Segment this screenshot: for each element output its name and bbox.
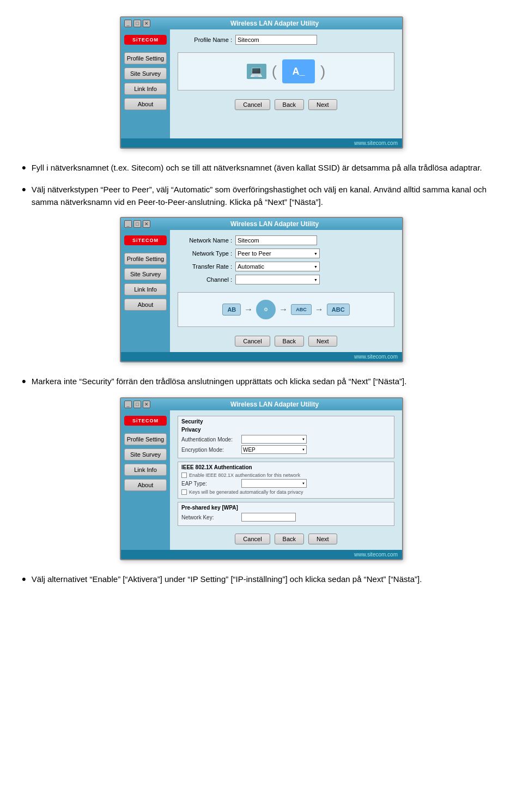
footer-1: www.sitecom.com bbox=[121, 138, 402, 148]
transfer-rate-label: Transfer Rate : bbox=[178, 263, 232, 270]
sidebar-btn-about[interactable]: About bbox=[124, 98, 167, 110]
ieee-title: IEEE 802.1X Authentication bbox=[181, 464, 391, 470]
wpa-title: Pre-shared key [WPA] bbox=[181, 505, 391, 511]
network-name-input[interactable]: Sitecom bbox=[235, 235, 317, 245]
bullet-dot-4: • bbox=[22, 572, 26, 586]
window-controls: _ □ ✕ bbox=[124, 20, 150, 27]
keys-checkbox[interactable] bbox=[181, 489, 187, 495]
close-btn[interactable]: ✕ bbox=[143, 20, 150, 27]
network-key-label: Network Key: bbox=[181, 514, 241, 520]
maximize-btn[interactable]: □ bbox=[133, 20, 141, 27]
ieee-section: IEEE 802.1X Authentication Enable IEEE 8… bbox=[178, 462, 394, 499]
bullet-item-3: • Markera inte “Security” förrän den trå… bbox=[22, 375, 501, 389]
window-controls-3: _ □ ✕ bbox=[124, 401, 150, 408]
sidebar-btn-link-3[interactable]: Link Info bbox=[124, 464, 167, 476]
auth-mode-row: Authentication Mode: bbox=[181, 435, 391, 444]
bullet-item-2: • Välj nätverkstypen “Peer to Peer”, väl… bbox=[22, 184, 501, 208]
back-button-2[interactable]: Back bbox=[275, 336, 304, 347]
transfer-rate-row: Transfer Rate : Automatic bbox=[178, 262, 394, 271]
button-row-2: Cancel Back Next bbox=[178, 336, 394, 347]
back-button-3[interactable]: Back bbox=[275, 534, 304, 544]
titlebar-1: _ □ ✕ Wireless LAN Adapter Utility bbox=[121, 17, 402, 29]
sitecom-logo-3: SiTECOM bbox=[124, 416, 167, 426]
main-panel-1: Profile Name : Sitecom 💻 ( A_ ) Cancel B… bbox=[170, 29, 402, 138]
sidebar-3: SiTECOM Profile Setting Site Survey Link… bbox=[121, 410, 170, 550]
enable-ieee-label: Enable IEEE 802.1X authentication for th… bbox=[189, 472, 300, 478]
diagram-area-1: 💻 ( A_ ) bbox=[178, 52, 394, 90]
channel-row: Channel : bbox=[178, 275, 394, 284]
bullet-text-1: Fyll i nätverksnamnet (t.ex. Sitecom) oc… bbox=[32, 162, 482, 174]
security-section: Security Privacy Authentication Mode: En… bbox=[178, 416, 394, 458]
net-diagram: AB → ⚙ → ABC → ABC bbox=[178, 292, 394, 327]
sidebar-btn-link[interactable]: Link Info bbox=[124, 83, 167, 95]
profile-input[interactable]: Sitecom bbox=[235, 35, 317, 45]
sidebar-btn-link-2[interactable]: Link Info bbox=[124, 283, 167, 295]
next-button-2[interactable]: Next bbox=[308, 336, 337, 347]
paren-open: ( bbox=[272, 63, 277, 80]
profile-label: Profile Name : bbox=[178, 37, 232, 43]
bullet-text-2: Välj nätverkstypen “Peer to Peer”, välj … bbox=[32, 184, 501, 208]
window-title: Wireless LAN Adapter Utility bbox=[230, 20, 319, 27]
enable-ieee-checkbox[interactable] bbox=[181, 472, 187, 478]
sidebar-btn-survey-3[interactable]: Site Survey bbox=[124, 449, 167, 460]
sidebar-btn-profile[interactable]: Profile Setting bbox=[124, 52, 167, 64]
channel-select[interactable] bbox=[235, 275, 320, 284]
network-name-row: Network Name : Sitecom bbox=[178, 235, 394, 245]
net-arrow-2: → bbox=[279, 305, 288, 314]
bullet-text-4: Välj alternativet “Enable” [“Aktivera”] … bbox=[32, 573, 422, 586]
net-circle: ⚙ bbox=[256, 300, 276, 319]
encryption-label: Encryption Mode: bbox=[181, 447, 241, 453]
sidebar-btn-profile-2[interactable]: Profile Setting bbox=[124, 253, 167, 265]
net-arrow-3: → bbox=[315, 305, 324, 314]
paren-close: ) bbox=[320, 63, 325, 80]
brand-logo-3: SiTECOM bbox=[124, 416, 167, 426]
bullet-item-4: • Välj alternativet “Enable” [“Aktivera”… bbox=[22, 573, 501, 586]
auth-mode-select[interactable] bbox=[241, 435, 307, 444]
window-controls-2: _ □ ✕ bbox=[124, 220, 150, 228]
cancel-button-2[interactable]: Cancel bbox=[235, 336, 270, 347]
screenshot-1: _ □ ✕ Wireless LAN Adapter Utility SiTEC… bbox=[120, 16, 403, 149]
sitecom-logo: SiTECOM bbox=[124, 35, 167, 45]
sidebar-2: SiTECOM Profile Setting Site Survey Link… bbox=[121, 230, 170, 352]
main-panel-2: Network Name : Sitecom Network Type : Pe… bbox=[170, 230, 402, 352]
maximize-btn-2[interactable]: □ bbox=[133, 220, 141, 228]
profile-name-row: Profile Name : Sitecom bbox=[178, 35, 394, 45]
wpa-section: Pre-shared key [WPA] Network Key: bbox=[178, 502, 394, 526]
minimize-btn[interactable]: _ bbox=[124, 20, 132, 27]
sidebar-btn-survey[interactable]: Site Survey bbox=[124, 68, 167, 80]
encryption-mode-row: Encryption Mode: WEP bbox=[181, 445, 391, 454]
next-button-3[interactable]: Next bbox=[308, 534, 337, 544]
sitecom-logo-2: SiTECOM bbox=[124, 235, 167, 245]
transfer-rate-select[interactable]: Automatic bbox=[235, 262, 320, 271]
network-type-select[interactable]: Peer to Peer bbox=[235, 249, 320, 258]
minimize-btn-2[interactable]: _ bbox=[124, 220, 132, 228]
back-button-1[interactable]: Back bbox=[275, 99, 304, 110]
encryption-select[interactable]: WEP bbox=[241, 445, 307, 454]
titlebar-3: _ □ ✕ Wireless LAN Adapter Utility bbox=[121, 398, 402, 410]
sidebar-btn-about-2[interactable]: About bbox=[124, 299, 167, 311]
close-btn-2[interactable]: ✕ bbox=[143, 220, 150, 228]
close-btn-3[interactable]: ✕ bbox=[143, 401, 150, 408]
brand-logo: SiTECOM bbox=[124, 35, 167, 45]
sidebar-btn-about-3[interactable]: About bbox=[124, 479, 167, 491]
sidebar-btn-survey-2[interactable]: Site Survey bbox=[124, 268, 167, 280]
eap-type-select[interactable] bbox=[241, 479, 307, 488]
network-type-label: Network Type : bbox=[178, 250, 232, 257]
network-key-input[interactable] bbox=[241, 513, 296, 522]
cancel-button-3[interactable]: Cancel bbox=[235, 534, 270, 544]
cancel-button-1[interactable]: Cancel bbox=[235, 99, 270, 110]
next-button-1[interactable]: Next bbox=[308, 99, 337, 110]
window-title-2: Wireless LAN Adapter Utility bbox=[230, 220, 319, 228]
brand-logo-2: SiTECOM bbox=[124, 235, 167, 245]
footer-3: www.sitecom.com bbox=[121, 550, 402, 559]
minimize-btn-3[interactable]: _ bbox=[124, 401, 132, 408]
sidebar-btn-profile-3[interactable]: Profile Setting bbox=[124, 433, 167, 445]
net-arrow-1: → bbox=[244, 305, 253, 314]
bullet-dot-1: • bbox=[22, 161, 26, 175]
maximize-btn-3[interactable]: □ bbox=[133, 401, 141, 408]
window-title-3: Wireless LAN Adapter Utility bbox=[230, 401, 319, 408]
brand-name-3: SiTECOM bbox=[127, 418, 163, 423]
auth-mode-label: Authentication Mode: bbox=[181, 437, 241, 443]
enable-ieee-row: Enable IEEE 802.1X authentication for th… bbox=[181, 472, 391, 478]
net-box-abc-small: ABC bbox=[291, 304, 312, 315]
